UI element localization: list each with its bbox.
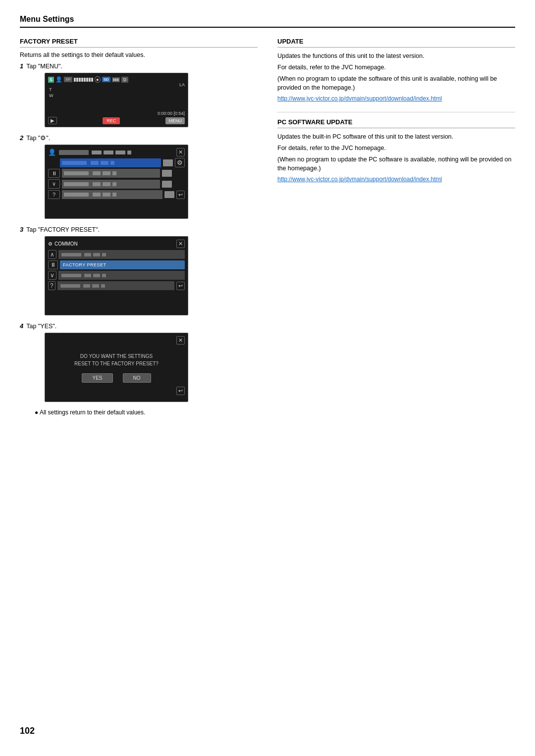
screen1-icons: S 👤 XP <box>48 76 128 83</box>
right-column: UPDATE Updates the functions of this uni… <box>277 38 515 416</box>
down-btn-2[interactable]: ∨ <box>48 179 60 189</box>
return-btn-4[interactable]: ↩ <box>176 387 185 395</box>
step-1-text: Tap "MENU". <box>26 63 62 70</box>
divider <box>277 112 515 112</box>
play-btn: ▶ <box>48 117 57 124</box>
common-label: ⚙ COMMON <box>48 241 78 247</box>
factory-preset-label: FACTORY PRESET <box>63 262 107 267</box>
step-4: 4 Tap "YES". ✕ DO YOU WANT THE SETTINGS … <box>20 322 258 402</box>
gear-btn-2[interactable]: ⚙ <box>175 158 185 167</box>
timecode: 0:00:00 [0:54] <box>158 111 185 116</box>
pc-update-section: PC SOFTWARE UPDATE Updates the built-in … <box>277 118 515 183</box>
menu-bar-3-content <box>64 182 116 186</box>
gear-icon-3: ⚙ <box>48 241 53 247</box>
screen-1: S 👤 XP <box>45 73 188 127</box>
step-3-num: 3 <box>20 226 23 233</box>
help-btn-2[interactable]: ? <box>48 190 60 199</box>
bar-icon: ▮▮▮ <box>112 77 120 82</box>
menu-btn: MENU <box>165 117 185 124</box>
update-line-1: Updates the functions of this unit to th… <box>277 51 515 61</box>
menu-row-4: ? ↩ <box>48 190 185 199</box>
close-btn-4[interactable]: ✕ <box>176 336 185 345</box>
return-btn-3[interactable]: ↩ <box>176 282 185 290</box>
menu-row-3: ∨ <box>48 179 185 189</box>
s-icon: S <box>48 77 54 83</box>
step-2-text: Tap "⚙". <box>26 134 50 142</box>
mini-bar-3 <box>162 181 172 188</box>
step-4-num: 4 <box>20 322 23 330</box>
menu-item-bar-help <box>57 281 174 290</box>
step-2-num: 2 <box>20 134 23 142</box>
update-line-2: For details, refer to the JVC homepage. <box>277 63 515 72</box>
factory-preset-title: FACTORY PRESET <box>20 38 258 48</box>
wireless-icon: ● <box>95 76 101 83</box>
rec-btn: REC <box>103 117 120 124</box>
step-4-text: Tap "YES". <box>26 323 56 330</box>
pause-btn-2[interactable]: ⏸ <box>48 169 60 178</box>
screen3-top: ⚙ COMMON ✕ <box>48 240 185 248</box>
bullet-note: ● All settings return to their default v… <box>35 409 258 416</box>
bar-segments-help <box>60 284 105 288</box>
battery-bar <box>74 78 93 82</box>
page-title: Menu Settings <box>20 15 515 24</box>
menu-row-2: ⏸ <box>48 169 185 178</box>
pc-update-title: PC SOFTWARE UPDATE <box>277 118 515 128</box>
menu-item-bar-down <box>58 271 185 280</box>
menu-down-row: ∨ <box>48 271 185 280</box>
close-btn-2[interactable]: ✕ <box>176 148 185 156</box>
pc-update-line-2: For details, refer to the JVC homepage. <box>277 144 515 153</box>
pc-update-line-3: (When no program to update the PC softwa… <box>277 155 515 174</box>
mini-bar-1 <box>163 159 173 166</box>
tw-label: TW <box>49 87 54 99</box>
screen1-bottom: ▶ REC MENU <box>48 117 185 124</box>
dialog-buttons: YES NO <box>48 373 185 383</box>
factory-preset-intro: Returns all the settings to their defaul… <box>20 51 258 58</box>
step-1: 1 Tap "MENU". S 👤 XP <box>20 62 258 127</box>
bar-segments-down <box>61 274 106 277</box>
update-line-3: (When no program to update the software … <box>277 74 515 93</box>
common-text: COMMON <box>54 241 78 247</box>
pause-btn-3[interactable]: ⏸ <box>48 260 58 269</box>
person-icon-2: 👤 <box>48 149 56 156</box>
bar-segments-top <box>61 253 106 256</box>
menu-bar-4-content <box>64 193 116 197</box>
pc-update-line-1: Updates the built-in PC software of this… <box>277 132 515 142</box>
person-icon: 👤 <box>55 76 62 83</box>
menu-bar-2-content <box>64 171 116 175</box>
step-1-num: 1 <box>20 62 23 70</box>
step-3: 3 Tap "FACTORY PRESET". ⚙ COMMON ✕ ∧ <box>20 226 258 315</box>
dialog-text: DO YOU WANT THE SETTINGS RESET TO THE FA… <box>48 353 185 367</box>
down-btn-3[interactable]: ∨ <box>48 271 56 280</box>
la-label: LA <box>179 82 185 87</box>
return-btn-2[interactable]: ↩ <box>176 191 185 199</box>
mini-bar-4 <box>164 191 174 198</box>
menu-row-1: ⚙ <box>48 158 185 167</box>
menu-up-row: ∧ <box>48 250 185 259</box>
pc-update-link[interactable]: http://www.jvc-victor.co.jp/dvmain/suppo… <box>277 176 442 183</box>
menu-bar-content <box>62 161 114 165</box>
up-btn-3[interactable]: ∧ <box>48 250 56 259</box>
dialog-line1: DO YOU WANT THE SETTINGS <box>80 353 153 359</box>
menu-item-bar-top <box>58 250 185 259</box>
screen-2: 👤 ✕ <box>45 145 188 219</box>
close-btn-3[interactable]: ✕ <box>176 240 185 248</box>
yes-button[interactable]: YES <box>82 373 112 383</box>
step-3-text: Tap "FACTORY PRESET". <box>26 226 100 233</box>
dialog-line2: RESET TO THE FACTORY PRESET? <box>74 361 159 366</box>
update-title: UPDATE <box>277 38 515 48</box>
mini-bar-2 <box>162 170 172 177</box>
page-number: 102 <box>20 726 35 736</box>
d-icon: D <box>121 77 129 83</box>
no-button[interactable]: NO <box>123 373 151 383</box>
top-bars <box>59 150 131 155</box>
screen-3: ⚙ COMMON ✕ ∧ <box>45 236 188 315</box>
step-2: 2 Tap "⚙". 👤 <box>20 134 258 219</box>
xp-icon: XP <box>64 77 72 82</box>
sd-icon: SD <box>102 77 110 82</box>
help-btn-3[interactable]: ? <box>48 281 55 290</box>
menu-help-row: ? ↩ <box>48 281 185 290</box>
update-link[interactable]: http://www.jvc-victor.co.jp/dvmain/suppo… <box>277 95 442 102</box>
update-section: UPDATE Updates the functions of this uni… <box>277 38 515 102</box>
factory-preset-bar[interactable]: FACTORY PRESET <box>60 260 185 269</box>
left-column: FACTORY PRESET Returns all the settings … <box>20 38 258 416</box>
